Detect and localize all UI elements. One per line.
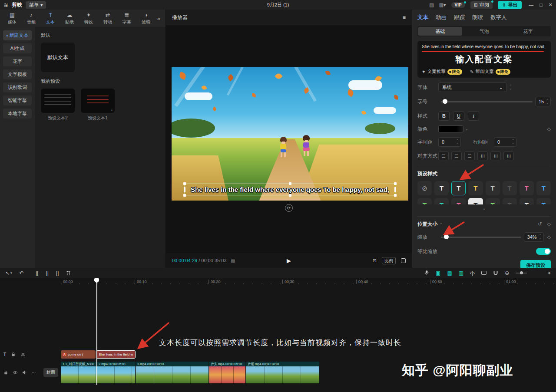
sidebar-item-fancy-text[interactable]: 花字 xyxy=(3,56,32,66)
resize-handle-n[interactable] xyxy=(289,182,291,185)
align-top-button[interactable]: ☰ xyxy=(477,152,488,160)
save-preset-button[interactable]: 保存预设 xyxy=(520,260,551,268)
slider-knob[interactable] xyxy=(443,99,447,104)
zoom-out-icon[interactable]: ⊖ xyxy=(505,270,509,276)
video-clip-5[interactable]: 片尾.mp4 00:00:10:01 xyxy=(246,362,319,383)
expand-styles-icon[interactable]: ⌄ xyxy=(417,206,551,211)
sidebar-item-lyrics-recognition[interactable]: 识别歌词 xyxy=(3,82,32,92)
color-swatch[interactable] xyxy=(438,125,463,132)
style-white-button[interactable]: T xyxy=(434,181,449,195)
style-pink-button[interactable]: T xyxy=(520,181,534,195)
video-preview[interactable]: She lives in the field where everyone qo… xyxy=(172,67,408,201)
text-clip-selected[interactable]: She lives in the field w xyxy=(96,350,136,359)
style-black-button[interactable]: T xyxy=(503,198,517,204)
default-text-card[interactable]: 默认文本 xyxy=(41,43,75,72)
subtitle-selection-box[interactable]: She lives in the field where everyone qo… xyxy=(185,184,395,195)
line-spacing-input[interactable]: 0 ⌃⌄ xyxy=(494,137,516,147)
scale-input[interactable]: 34% ⌃⌄ xyxy=(524,232,544,242)
resize-handle-sw[interactable] xyxy=(183,194,186,197)
text-to-speech-icon[interactable]: ▤ xyxy=(447,270,452,276)
eye-visibility-icon[interactable] xyxy=(13,370,18,375)
tab-tracking[interactable]: 跟踪 xyxy=(454,14,465,21)
tab-text-properties[interactable]: 文本 xyxy=(417,14,428,21)
aspect-ratio-button[interactable]: 比例 xyxy=(382,257,396,264)
export-button[interactable]: ⇧ 导出 xyxy=(498,1,522,9)
maximize-button[interactable]: □ xyxy=(539,2,543,8)
preview-axis-icon[interactable]: ‹|› xyxy=(470,270,475,276)
style-pink2-button[interactable]: T xyxy=(451,198,466,204)
tab-animation[interactable]: 动画 xyxy=(436,14,447,21)
select-tool-button[interactable]: ↖▾ xyxy=(5,270,12,276)
uniform-scale-toggle[interactable] xyxy=(536,248,551,255)
voiceover-mic-icon[interactable] xyxy=(424,270,429,276)
zoom-fit-icon[interactable]: ⊡ xyxy=(373,258,377,264)
tab-transitions[interactable]: ⇄转场 xyxy=(98,12,117,25)
tab-filters[interactable]: ◑滤镜 xyxy=(136,12,156,25)
auto-captions-icon[interactable]: ▣ xyxy=(436,270,440,276)
font-size-stepper[interactable]: ⌃⌄ xyxy=(546,99,549,104)
sidebar-item-text-templates[interactable]: 文字模板 xyxy=(3,69,32,79)
sidebar-item-ai-generate[interactable]: AI生成 xyxy=(3,43,32,53)
player-menu-icon[interactable]: ≡ xyxy=(403,14,406,20)
resize-handle-w[interactable] xyxy=(184,187,185,192)
letter-spacing-stepper[interactable]: ⌃⌄ xyxy=(456,139,459,145)
subtitle-text[interactable]: She lives in the field where everyone qo… xyxy=(191,186,389,193)
sidebar-item-local-captions[interactable]: 本地字幕 xyxy=(3,109,32,119)
subtab-fancy[interactable]: 花字 xyxy=(506,27,550,36)
timeline-zoom-slider[interactable] xyxy=(516,273,527,273)
align-center-button[interactable]: ☰ xyxy=(451,152,462,160)
font-stepper[interactable]: ⌃⌄ xyxy=(509,85,512,90)
italic-button[interactable]: I xyxy=(468,111,479,121)
rotate-handle[interactable]: ⟳ xyxy=(285,204,293,212)
subtab-basic[interactable]: 基础 xyxy=(418,27,462,36)
lock-icon[interactable] xyxy=(3,370,8,375)
reset-icon[interactable]: ↺ xyxy=(538,221,542,227)
tab-media[interactable]: ▦媒体 xyxy=(3,12,22,25)
text-content-box[interactable]: She lives in the field where everyone qo… xyxy=(417,41,551,78)
resize-handle-se[interactable] xyxy=(394,194,397,197)
copy-recommend-button[interactable]: 文案推荐 xyxy=(427,69,446,75)
tab-text[interactable]: T文本 xyxy=(41,12,60,25)
menu-button[interactable]: 菜单 ▾ xyxy=(26,1,46,9)
keyframe-diamond-icon[interactable]: ◇ xyxy=(547,221,551,227)
text-clip-come-on[interactable]: A come on ( xyxy=(61,350,96,359)
slider-knob[interactable] xyxy=(444,234,449,239)
preset-text-card-1[interactable]: ↓ xyxy=(81,89,115,113)
trim-left-button[interactable]: [| xyxy=(46,270,48,276)
underline-button[interactable]: U xyxy=(453,111,464,121)
cover-button[interactable]: 封面 xyxy=(43,368,58,377)
style-blue-button[interactable]: T xyxy=(536,181,551,195)
fullscreen-icon[interactable] xyxy=(401,258,406,263)
locate-playhead-icon[interactable]: ⌖ xyxy=(548,270,551,276)
style-white2-button[interactable]: T xyxy=(520,198,534,204)
tab-audio[interactable]: ♪音频 xyxy=(22,12,41,25)
preset-text-card-2[interactable] xyxy=(41,89,75,113)
timeline-ruler[interactable]: 00:00 00:10 00:20 00:30 00:40 00:50 01:0… xyxy=(0,278,556,285)
video-clip-1[interactable]: 1.1_对口型视频_5380 xyxy=(61,362,96,383)
style-gray-button[interactable]: T xyxy=(486,181,500,195)
style-green-button[interactable]: T xyxy=(417,198,432,204)
text-content-value[interactable]: She lives in the field where everyone qo… xyxy=(422,44,546,49)
display-mode-icon[interactable] xyxy=(481,271,486,275)
resize-handle-e[interactable] xyxy=(394,187,396,192)
eye-visibility-icon[interactable] xyxy=(20,352,26,357)
align-left-button[interactable]: ☰ xyxy=(438,152,449,160)
layout-switch-icon[interactable]: ▥▾ xyxy=(439,2,446,8)
align-bottom-button[interactable]: ☰ xyxy=(503,152,514,160)
close-button[interactable]: ✕ xyxy=(549,2,553,8)
mute-speaker-icon[interactable] xyxy=(22,370,27,375)
undo-button[interactable]: ↶ xyxy=(20,270,24,276)
keyframe-diamond-icon[interactable]: ◇ xyxy=(547,126,551,132)
minimize-button[interactable]: — xyxy=(529,2,533,8)
line-spacing-stepper[interactable]: ⌃⌄ xyxy=(512,139,514,145)
smart-copy-button[interactable]: 智能文案 xyxy=(476,69,494,75)
slider-knob[interactable] xyxy=(520,271,523,274)
style-dark-button[interactable]: T xyxy=(503,181,517,195)
tab-effects[interactable]: ✦特效 xyxy=(79,12,98,25)
vip-button[interactable]: VIP xyxy=(451,2,465,8)
lock-icon[interactable] xyxy=(11,352,16,357)
align-middle-button[interactable]: ☰ xyxy=(490,152,501,160)
style-blue2-button[interactable]: T xyxy=(536,198,551,204)
resize-handle-s[interactable] xyxy=(289,194,291,197)
video-clip-3[interactable]: 3.mp4 00:00:10:01 xyxy=(136,362,208,383)
